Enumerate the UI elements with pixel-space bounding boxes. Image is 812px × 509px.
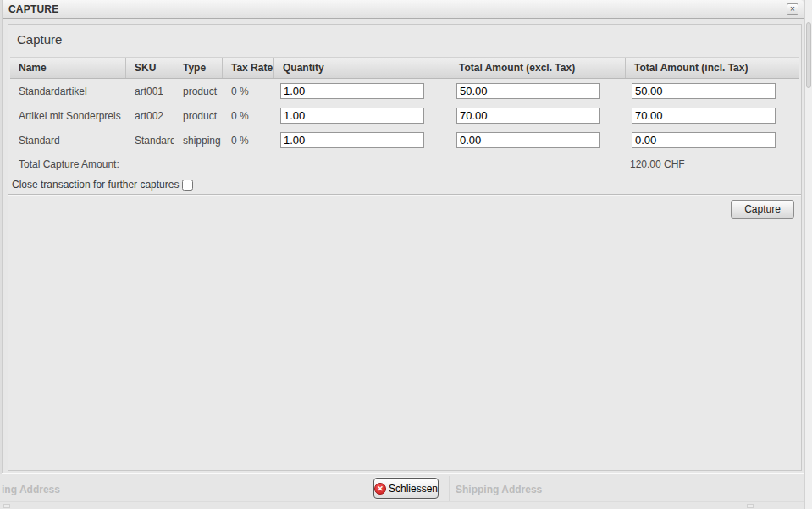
header-quantity: Quantity xyxy=(274,58,450,78)
total-excl-input-row1[interactable] xyxy=(456,83,600,99)
table-row: Standard Standard shipping 0 % xyxy=(10,128,799,152)
schliessen-button[interactable]: ✕ Schliessen xyxy=(373,478,439,499)
cell-tax-rate: 0 % xyxy=(223,135,274,147)
cell-name: Standard xyxy=(10,135,126,147)
total-excl-input-row2[interactable] xyxy=(456,108,600,124)
page-scrollbar[interactable] xyxy=(804,0,812,509)
total-incl-input-row1[interactable] xyxy=(632,83,776,99)
header-name: Name xyxy=(10,58,126,78)
dialog-title: CAPTURE xyxy=(8,3,58,15)
header-total-incl: Total Amount (incl. Tax) xyxy=(626,58,799,78)
footer-horizontal-line xyxy=(0,501,804,502)
header-type: Type xyxy=(174,58,223,78)
total-incl-input-row3[interactable] xyxy=(632,132,776,148)
close-transaction-row: Close transaction for further captures xyxy=(12,177,193,192)
total-capture-value: 120.00 CHF xyxy=(626,158,799,170)
background-page-footer: ing Address Shipping Address ✕ Schliesse… xyxy=(0,474,812,509)
background-checkbox xyxy=(3,504,10,508)
cell-sku: Standard xyxy=(126,135,174,147)
cell-sku: art001 xyxy=(126,86,174,97)
total-excl-input-row3[interactable] xyxy=(456,132,600,148)
cell-tax-rate: 0 % xyxy=(223,86,274,97)
table-row: Standardartikel art001 product 0 % xyxy=(10,79,799,103)
background-checkbox xyxy=(747,504,754,508)
panel-heading: Capture xyxy=(17,32,62,47)
cell-name: Artikel mit Sonderpreis xyxy=(10,110,126,122)
quantity-input-row3[interactable] xyxy=(280,132,424,148)
header-total-excl: Total Amount (excl. Tax) xyxy=(450,58,626,78)
dialog-titlebar: CAPTURE × xyxy=(3,0,804,19)
quantity-input-row1[interactable] xyxy=(280,83,424,99)
close-transaction-checkbox[interactable] xyxy=(182,180,193,191)
close-transaction-label: Close transaction for further captures xyxy=(12,179,179,191)
billing-address-label: ing Address xyxy=(2,484,60,495)
section-divider xyxy=(8,194,801,196)
close-icon[interactable]: × xyxy=(787,3,798,15)
shipping-address-label: Shipping Address xyxy=(456,484,542,495)
total-incl-input-row2[interactable] xyxy=(632,108,776,124)
cell-type: shipping xyxy=(174,135,223,147)
capture-button[interactable]: Capture xyxy=(731,200,794,219)
total-capture-label: Total Capture Amount: xyxy=(10,158,274,170)
quantity-input-row2[interactable] xyxy=(280,108,424,124)
cell-tax-rate: 0 % xyxy=(223,110,274,122)
cell-sku: art002 xyxy=(126,110,174,122)
cell-type: product xyxy=(174,86,223,97)
header-sku: SKU xyxy=(126,58,174,78)
cell-type: product xyxy=(174,110,223,122)
cell-name: Standardartikel xyxy=(10,86,126,97)
table-row: Artikel mit Sonderpreis art002 product 0… xyxy=(10,103,799,128)
capture-dialog: CAPTURE × Capture Name SKU Type Tax Rate… xyxy=(2,0,804,473)
capture-panel: Capture Name SKU Type Tax Rate Quantity … xyxy=(8,24,802,471)
capture-table: Name SKU Type Tax Rate Quantity Total Am… xyxy=(10,57,799,175)
total-capture-row: Total Capture Amount: 120.00 CHF xyxy=(10,152,799,175)
footer-column-divider xyxy=(449,476,450,501)
scrollbar-thumb[interactable] xyxy=(806,22,811,88)
table-header-row: Name SKU Type Tax Rate Quantity Total Am… xyxy=(10,57,799,79)
schliessen-label: Schliessen xyxy=(389,483,438,495)
header-tax-rate: Tax Rate xyxy=(223,58,274,78)
red-close-icon: ✕ xyxy=(374,483,386,495)
